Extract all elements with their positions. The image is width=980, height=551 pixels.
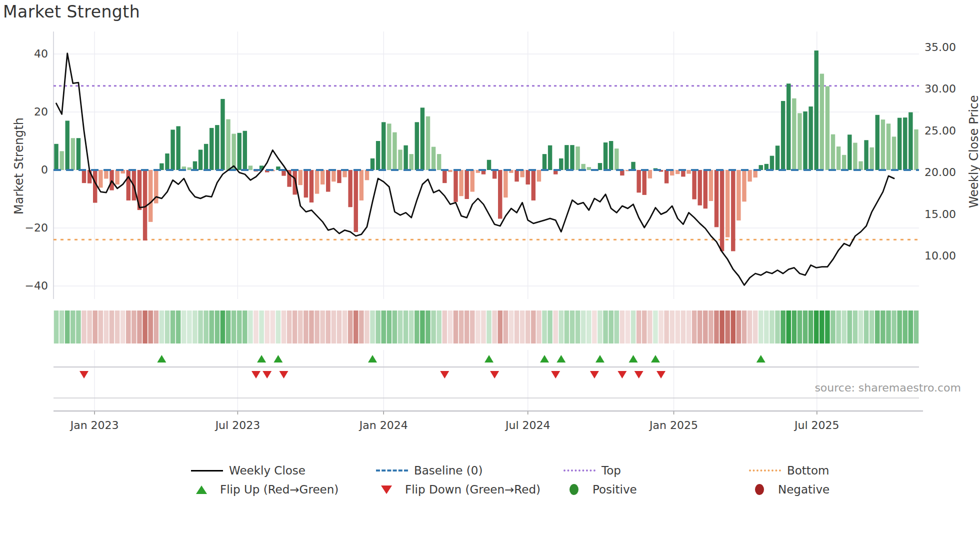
heatmap-cell	[242, 310, 248, 344]
strength-bar-negative	[304, 170, 308, 198]
heatmap-cell	[858, 310, 864, 344]
strength-bar-positive	[382, 122, 386, 170]
strength-bar-negative	[686, 170, 690, 174]
strength-bar-positive	[587, 167, 591, 170]
heatmap-cell	[476, 310, 480, 344]
strength-bar-positive	[770, 156, 774, 170]
x-tick-label: Jul 2023	[216, 419, 260, 432]
flip-up-marker	[651, 355, 660, 362]
flip-up-marker	[596, 355, 604, 362]
strength-bar-negative	[365, 170, 369, 180]
heatmap-cell	[758, 310, 764, 344]
strength-bar-positive	[908, 112, 912, 170]
heatmap-cell	[631, 310, 636, 344]
heatmap-cell	[886, 310, 891, 344]
heatmap-cell	[120, 310, 126, 344]
heatmap-cell	[742, 310, 747, 344]
strength-bar-negative	[442, 170, 446, 183]
strength-bar-negative	[448, 170, 452, 172]
strength-bar-negative	[714, 170, 718, 227]
heatmap-cell	[714, 310, 719, 344]
source-note: source: sharemaestro.com	[814, 382, 961, 394]
heatmap-cell	[642, 310, 647, 344]
heatmap-cell	[204, 310, 208, 344]
strength-bar-negative	[360, 170, 364, 200]
strength-bar-positive	[170, 130, 174, 170]
strength-bar-negative	[664, 170, 668, 184]
strength-bar-negative	[115, 170, 119, 184]
flip-down-marker	[490, 371, 499, 378]
strength-bar-positive	[881, 120, 885, 170]
heatmap-cell	[820, 310, 824, 344]
heatmap-cell	[264, 310, 270, 344]
strength-bar-negative	[82, 170, 86, 183]
legend-label: Flip Down (Green→Red)	[405, 483, 540, 496]
heatmap-cell	[142, 310, 148, 344]
heatmap-cell	[420, 310, 425, 344]
strength-bar-positive	[60, 151, 64, 170]
heatmap-cell	[409, 310, 414, 344]
legend-label: Bottom	[787, 464, 829, 477]
strength-bar-negative	[532, 170, 536, 200]
heatmap-cell	[592, 310, 597, 344]
strength-bar-negative	[520, 170, 524, 178]
flip-down-marker	[262, 371, 272, 378]
heatmap-cell	[292, 310, 298, 344]
heatmap-cell	[154, 310, 159, 344]
heatmap-cell	[798, 310, 802, 344]
top-dotted-swatch	[564, 470, 596, 472]
strength-bar-positive	[387, 124, 391, 170]
strength-bar-positive	[215, 125, 219, 170]
flip-up-marker	[540, 355, 549, 362]
heatmap-cell	[892, 310, 896, 344]
heatmap-cell	[531, 310, 536, 344]
heatmap-cell	[897, 310, 902, 344]
heatmap-cell	[748, 310, 752, 344]
heatmap-cell	[459, 310, 464, 344]
heatmap-cell	[725, 310, 730, 344]
heatmap-cell	[636, 310, 642, 344]
legend-row-2: Flip Up (Red→Green) Flip Down (Green→Red…	[0, 483, 980, 498]
heatmap-cell	[254, 310, 258, 344]
heatmap-cell	[132, 310, 136, 344]
heatmap-cell	[598, 310, 602, 344]
strength-bar-positive	[781, 101, 785, 170]
heatmap-cell	[282, 310, 286, 344]
heatmap-cell	[209, 310, 214, 344]
heatmap-cell	[170, 310, 176, 344]
strength-bar-positive	[370, 158, 374, 170]
strength-bar-positive	[609, 141, 613, 170]
strength-bar-positive	[243, 131, 247, 170]
strength-bar-positive	[576, 146, 580, 170]
x-tick-label: Jan 2025	[650, 419, 698, 432]
y-right-tick-label: 35.00	[924, 41, 956, 54]
legend-item-negative: Negative	[749, 483, 830, 496]
strength-bar-positive	[160, 164, 164, 170]
flip-up-marker	[556, 355, 566, 362]
heatmap-cell	[581, 310, 586, 344]
heatmap-cell	[880, 310, 886, 344]
strength-bar-positive	[542, 154, 546, 170]
heatmap-cell	[870, 310, 874, 344]
strength-bar-positive	[409, 154, 413, 170]
legend-row-1: Weekly Close Baseline (0) Top Bottom	[0, 464, 980, 479]
heatmap-cell	[82, 310, 86, 344]
heatmap-cell	[698, 310, 702, 344]
heatmap-cell	[853, 310, 858, 344]
heatmap-cell	[314, 310, 320, 344]
y-left-tick-label: 0	[13, 164, 48, 176]
flip-down-marker	[551, 371, 560, 378]
heatmap-cell	[836, 310, 841, 344]
strength-bar-positive	[176, 126, 180, 170]
strength-bar-negative	[720, 170, 724, 251]
strength-bar-positive	[903, 118, 907, 170]
legend-item-positive: Positive	[564, 483, 637, 496]
heatmap-cell	[470, 310, 475, 344]
heatmap-cell	[564, 310, 570, 344]
x-tick-label: Jul 2025	[794, 419, 840, 432]
strength-bar-negative	[332, 170, 336, 182]
strength-bar-positive	[876, 115, 880, 170]
legend-item-baseline: Baseline (0)	[376, 464, 482, 477]
strength-bar-positive	[570, 145, 574, 170]
strength-bar-positive	[798, 113, 802, 170]
